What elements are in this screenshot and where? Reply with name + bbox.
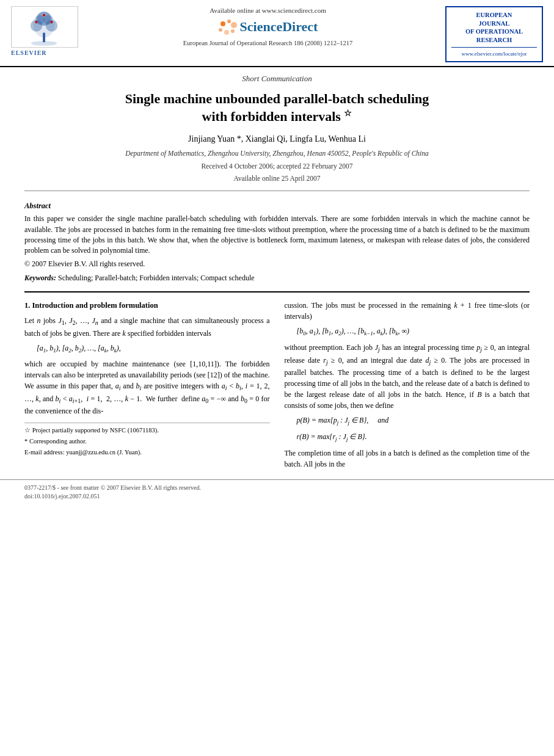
footnote-area: ☆ Project partially supported by NSFC (1… xyxy=(24,423,270,457)
left-column: 1. Introduction and problem formulation … xyxy=(24,300,270,473)
sciencedirect-logo: ScienceDirect xyxy=(97,18,439,37)
elsevier-logo-area: ELSEVIER xyxy=(11,6,90,57)
svg-point-9 xyxy=(43,14,45,16)
ejor-divider xyxy=(451,47,537,48)
keywords-line: Keywords: Scheduling; Parallel-batch; Fo… xyxy=(24,273,530,283)
elsevier-logo-svg xyxy=(12,6,78,48)
left-para-1: Let n jobs J1, J2, …, Jn and a single ma… xyxy=(24,315,270,338)
ejor-website: www.elsevier.com/locate/ejor xyxy=(451,50,537,58)
elsevier-label: ELSEVIER xyxy=(11,49,90,57)
left-para-2: which are occupied by machine maintenanc… xyxy=(24,358,270,416)
footnote-asterisk: * Corresponding author. xyxy=(24,437,270,446)
svg-point-14 xyxy=(231,22,237,28)
title-star: ☆ xyxy=(344,109,352,118)
svg-point-17 xyxy=(231,29,235,33)
math-display-3b: r(B) = max{rj : Jj ∈ B}. xyxy=(297,431,530,444)
received-date: Received 4 October 2006; accepted 22 Feb… xyxy=(24,160,530,172)
math-display-3a: p(B) = max{pj : Jj ∈ B}, and xyxy=(297,415,530,427)
abstract-section: Abstract In this paper we consider the s… xyxy=(24,197,530,287)
keywords-text: Scheduling; Parallel-batch; Forbidden in… xyxy=(58,274,255,282)
svg-point-12 xyxy=(221,21,225,26)
abstract-title: Abstract xyxy=(24,201,530,212)
section-1-heading: 1. Introduction and problem formulation xyxy=(24,300,270,311)
svg-point-11 xyxy=(31,41,57,46)
page-header: ELSEVIER Available online at www.science… xyxy=(0,0,554,67)
right-para-3: The completion time of all jobs in a bat… xyxy=(285,448,530,470)
footer-issn: 0377-2217/$ - see front matter © 2007 El… xyxy=(24,484,530,492)
abstract-text: In this paper we consider the single mac… xyxy=(24,214,530,256)
math-display-2: [b0, a1), [b1, a2), …, [bk−1, ak), [bk, … xyxy=(297,325,530,338)
ejor-box: EUROPEANJOURNALOF OPERATIONALRESEARCH ww… xyxy=(445,6,543,62)
right-para-1: cussion. The jobs must be processed in t… xyxy=(285,300,530,322)
svg-point-15 xyxy=(219,28,222,32)
paper-title: Single machine unbounded parallel-batch … xyxy=(24,87,530,128)
available-online-date: Available online 25 April 2007 xyxy=(24,172,530,184)
footnote-email: E-mail address: yuanjj@zzu.edu.cn (J. Yu… xyxy=(24,448,270,457)
keywords-label: Keywords: xyxy=(24,274,56,282)
main-content: Short Communication Single machine unbou… xyxy=(0,67,554,473)
available-online-text: Available online at www.sciencedirect.co… xyxy=(97,6,439,15)
svg-point-16 xyxy=(224,30,229,35)
right-para-2: without preemption. Each job Jj has an i… xyxy=(285,342,530,411)
right-column: cussion. The jobs must be processed in t… xyxy=(285,300,530,473)
svg-point-13 xyxy=(227,20,231,23)
body-divider xyxy=(24,291,530,293)
svg-point-8 xyxy=(35,21,38,23)
affiliation: Department of Mathematics, Zhengzhou Uni… xyxy=(24,147,530,159)
footer-doi: doi:10.1016/j.ejor.2007.02.051 xyxy=(24,492,530,501)
header-center: Available online at www.sciencedirect.co… xyxy=(90,6,445,48)
sciencedirect-icon xyxy=(218,19,238,36)
copyright: © 2007 Elsevier B.V. All rights reserved… xyxy=(24,259,530,269)
authors: Jinjiang Yuan *, Xianglai Qi, Lingfa Lu,… xyxy=(24,128,530,148)
section-type: Short Communication xyxy=(24,67,530,87)
svg-point-10 xyxy=(51,21,53,23)
title-divider xyxy=(24,191,530,191)
elsevier-logo-box xyxy=(11,6,78,48)
footnote-star: ☆ Project partially supported by NSFC (1… xyxy=(24,426,270,435)
sciencedirect-text: ScienceDirect xyxy=(240,18,318,37)
journal-reference: European Journal of Operational Research… xyxy=(97,39,439,48)
body-two-col: 1. Introduction and problem formulation … xyxy=(24,300,530,473)
page-footer: 0377-2217/$ - see front matter © 2007 El… xyxy=(0,479,554,504)
math-display-1: [a1, b1), [a2, b2), …, [ak, bk), xyxy=(37,343,270,355)
ejor-title: EUROPEANJOURNALOF OPERATIONALRESEARCH xyxy=(451,11,537,45)
